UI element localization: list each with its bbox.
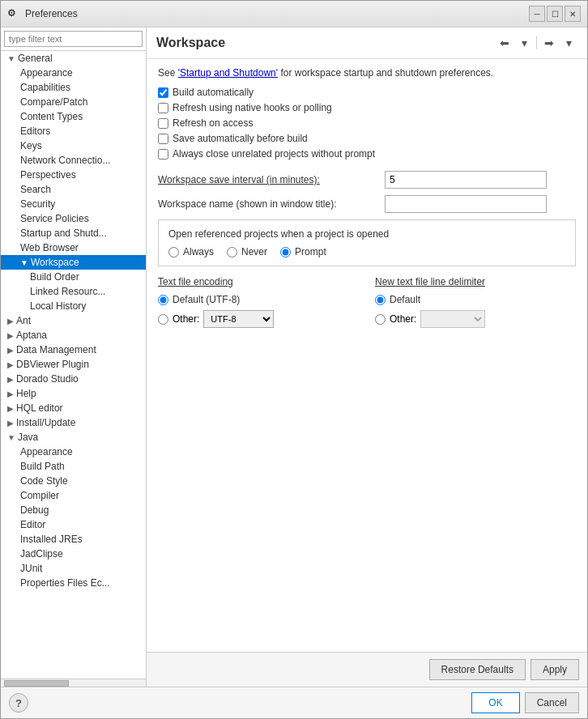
- checkbox-row-always-close: Always close unrelated projects without …: [158, 148, 576, 160]
- sidebar-item-java-debug[interactable]: Debug: [1, 503, 146, 517]
- content-area: ▼ General Appearance Capabilities Compar…: [1, 28, 587, 687]
- encoding-select[interactable]: UTF-8 UTF-16 ISO-8859-1 US-ASCII: [203, 310, 274, 328]
- filter-box: [1, 28, 146, 51]
- description-text: See 'Startup and Shutdown' for workspace…: [158, 67, 576, 79]
- always-radio-row: Always: [168, 246, 214, 257]
- sidebar-item-java-installed-jres[interactable]: Installed JREs: [1, 532, 146, 547]
- sidebar-item-java-junit[interactable]: JUnit: [1, 561, 146, 576]
- save-interval-input[interactable]: [385, 171, 547, 189]
- prompt-radio[interactable]: [280, 247, 291, 257]
- prompt-radio-row: Prompt: [280, 246, 326, 257]
- workspace-name-input[interactable]: [385, 195, 547, 213]
- sidebar-item-editors[interactable]: Editors: [1, 124, 146, 138]
- other-encoding-radio[interactable]: [158, 314, 168, 325]
- toolbar-icons: ⬅ ▾ ➡ ▾: [496, 34, 577, 52]
- sidebar-item-local-history[interactable]: Local History: [1, 299, 146, 313]
- default-utf8-radio[interactable]: [158, 295, 168, 305]
- other-line-label: Other:: [390, 313, 416, 325]
- sidebar-item-network[interactable]: Network Connectio...: [1, 153, 146, 168]
- expand-arrow-workspace: ▼: [20, 258, 28, 267]
- sidebar-item-compare-patch[interactable]: Compare/Patch: [1, 95, 146, 109]
- sidebar-item-web-browser[interactable]: Web Browser: [1, 240, 146, 255]
- bottom-bar-left: ?: [9, 693, 28, 713]
- never-radio[interactable]: [227, 247, 237, 257]
- filter-input[interactable]: [4, 31, 143, 47]
- encoding-options: Default (UTF-8) Other: UTF-8 UTF-16 ISO-…: [158, 294, 359, 328]
- line-delimiter-select[interactable]: [420, 310, 485, 328]
- save-interval-row: Workspace save interval (in minutes):: [158, 171, 576, 189]
- toolbar-separator: [536, 36, 537, 49]
- sidebar-item-aptana[interactable]: ▶ Aptana: [1, 328, 146, 342]
- sidebar-item-java-jadclipse[interactable]: JadClipse: [1, 547, 146, 561]
- refresh-native-label: Refresh using native hooks or polling: [173, 102, 332, 113]
- back-dropdown[interactable]: ▾: [515, 34, 533, 52]
- horizontal-scrollbar[interactable]: [1, 679, 146, 687]
- window-title: Preferences: [25, 8, 529, 19]
- sidebar-item-startup[interactable]: Startup and Shutd...: [1, 226, 146, 240]
- title-bar: ⚙ Preferences ─ ☐ ✕: [1, 1, 587, 28]
- sidebar-item-dorado[interactable]: ▶ Dorado Studio: [1, 372, 146, 386]
- sidebar-item-hql-editor[interactable]: ▶ HQL editor: [1, 401, 146, 415]
- sidebar-item-security[interactable]: Security: [1, 197, 146, 211]
- startup-shutdown-link[interactable]: 'Startup and Shutdown': [178, 67, 278, 79]
- save-auto-checkbox[interactable]: [158, 134, 168, 144]
- sidebar-item-workspace[interactable]: ▼ Workspace: [1, 255, 146, 270]
- sidebar-item-perspectives[interactable]: Perspectives: [1, 168, 146, 182]
- default-line-radio[interactable]: [375, 295, 386, 305]
- description-prefix: See: [158, 67, 178, 79]
- sidebar-item-dbviewer[interactable]: ▶ DBViewer Plugin: [1, 357, 146, 372]
- sidebar-item-java-editor[interactable]: Editor: [1, 517, 146, 532]
- sidebar-item-help[interactable]: ▶ Help: [1, 386, 146, 401]
- build-auto-checkbox[interactable]: [158, 87, 168, 98]
- sidebar-item-java-appearance[interactable]: Appearance: [1, 445, 146, 459]
- sidebar-item-java-properties[interactable]: Properties Files Ec...: [1, 576, 146, 590]
- sidebar-item-appearance[interactable]: Appearance: [1, 66, 146, 80]
- maximize-button[interactable]: ☐: [547, 6, 563, 22]
- sidebar-item-java-code-style[interactable]: Code Style: [1, 474, 146, 488]
- help-button[interactable]: ?: [9, 693, 28, 713]
- cancel-button[interactable]: Cancel: [525, 692, 579, 713]
- refresh-access-checkbox[interactable]: [158, 118, 168, 129]
- panel-header: Workspace ⬅ ▾ ➡ ▾: [147, 28, 587, 59]
- title-bar-buttons: ─ ☐ ✕: [529, 6, 581, 22]
- open-referenced-options: Always Never Prompt: [168, 246, 565, 257]
- sidebar-item-java[interactable]: ▼ Java: [1, 430, 146, 445]
- workspace-name-row: Workspace name (shown in window title):: [158, 195, 576, 213]
- panel-footer: Restore Defaults Apply: [147, 652, 587, 687]
- bottom-bar-right: OK Cancel: [471, 692, 579, 713]
- always-close-checkbox[interactable]: [158, 149, 168, 160]
- back-button[interactable]: ⬅: [496, 34, 513, 52]
- sidebar-tree[interactable]: ▼ General Appearance Capabilities Compar…: [1, 51, 146, 679]
- always-radio[interactable]: [168, 247, 179, 257]
- sidebar-item-general[interactable]: ▼ General: [1, 51, 146, 66]
- refresh-native-checkbox[interactable]: [158, 103, 168, 113]
- sidebar-item-search[interactable]: Search: [1, 182, 146, 197]
- ok-button[interactable]: OK: [471, 692, 519, 713]
- close-button[interactable]: ✕: [565, 6, 581, 22]
- line-delimiter-title: New text file line delimiter: [375, 276, 576, 287]
- default-utf8-label: Default (UTF-8): [173, 294, 240, 305]
- sidebar-item-build-order[interactable]: Build Order: [1, 270, 146, 284]
- sidebar-item-data-management[interactable]: ▶ Data Management: [1, 342, 146, 357]
- prompt-label: Prompt: [295, 246, 326, 257]
- default-utf8-row: Default (UTF-8): [158, 294, 359, 305]
- sidebar-item-java-compiler[interactable]: Compiler: [1, 488, 146, 503]
- sidebar-item-java-build-path[interactable]: Build Path: [1, 459, 146, 474]
- default-line-label: Default: [390, 294, 420, 305]
- sidebar-item-ant[interactable]: ▶ Ant: [1, 313, 146, 328]
- forward-button[interactable]: ➡: [540, 34, 558, 52]
- encoding-title: Text file encoding: [158, 276, 359, 287]
- sidebar-item-content-types[interactable]: Content Types: [1, 109, 146, 124]
- sidebar-item-install-update[interactable]: ▶ Install/Update: [1, 415, 146, 430]
- sidebar-item-keys[interactable]: Keys: [1, 138, 146, 153]
- open-referenced-title: Open referenced projects when a project …: [168, 228, 565, 240]
- forward-dropdown[interactable]: ▾: [560, 34, 577, 52]
- restore-defaults-button[interactable]: Restore Defaults: [429, 659, 526, 680]
- sidebar-item-capabilities[interactable]: Capabilities: [1, 80, 146, 95]
- other-line-radio[interactable]: [375, 314, 386, 325]
- minimize-button[interactable]: ─: [529, 6, 545, 22]
- sidebar-item-linked-resources[interactable]: Linked Resourc...: [1, 284, 146, 299]
- description-suffix: for workspace startup and shutdown prefe…: [280, 67, 493, 79]
- apply-button[interactable]: Apply: [530, 659, 579, 680]
- sidebar-item-service-policies[interactable]: Service Policies: [1, 211, 146, 226]
